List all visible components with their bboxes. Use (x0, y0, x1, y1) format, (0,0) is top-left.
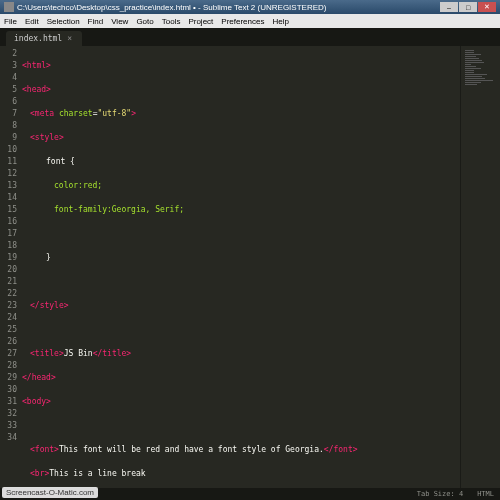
line-number: 19 (0, 252, 17, 264)
menu-view[interactable]: View (111, 17, 128, 26)
line-number: 6 (0, 96, 17, 108)
line-number: 2 (0, 48, 17, 60)
tab-bar: index.html × (0, 28, 500, 46)
line-number: 13 (0, 180, 17, 192)
menu-file[interactable]: File (4, 17, 17, 26)
menu-help[interactable]: Help (272, 17, 288, 26)
line-number: 4 (0, 72, 17, 84)
line-number: 12 (0, 168, 17, 180)
line-number: 23 (0, 300, 17, 312)
line-number: 9 (0, 132, 17, 144)
line-number: 11 (0, 156, 17, 168)
maximize-button[interactable]: □ (459, 2, 477, 12)
line-number: 26 (0, 336, 17, 348)
menubar: File Edit Selection Find View Goto Tools… (0, 14, 500, 28)
line-number: 20 (0, 264, 17, 276)
line-number: 31 (0, 396, 17, 408)
line-number: 21 (0, 276, 17, 288)
menu-selection[interactable]: Selection (47, 17, 80, 26)
line-number: 5 (0, 84, 17, 96)
line-gutter: 2345678910111213141516171819202122232425… (0, 46, 22, 488)
app-icon (4, 2, 14, 12)
line-number: 27 (0, 348, 17, 360)
line-number: 8 (0, 120, 17, 132)
minimap[interactable] (460, 46, 500, 488)
line-number: 30 (0, 384, 17, 396)
title-app: - Sublime Text 2 (UNREGISTERED) (198, 3, 326, 12)
title-path: C:\Users\techco\Desktop\css_practice\ind… (17, 3, 196, 12)
line-number: 34 (0, 432, 17, 444)
watermark: Screencast-O-Matic.com (2, 487, 98, 498)
line-number: 22 (0, 288, 17, 300)
line-number: 14 (0, 192, 17, 204)
menu-tools[interactable]: Tools (162, 17, 181, 26)
close-button[interactable]: ✕ (478, 2, 496, 12)
line-number: 29 (0, 372, 17, 384)
line-number: 33 (0, 420, 17, 432)
line-number: 3 (0, 60, 17, 72)
line-number: 24 (0, 312, 17, 324)
line-number: 25 (0, 324, 17, 336)
line-number: 17 (0, 228, 17, 240)
window-titlebar: C:\Users\techco\Desktop\css_practice\ind… (0, 0, 500, 14)
status-language[interactable]: HTML (477, 490, 494, 498)
editor-area: 2345678910111213141516171819202122232425… (0, 46, 500, 488)
menu-find[interactable]: Find (88, 17, 104, 26)
line-number: 18 (0, 240, 17, 252)
tab-label: index.html (14, 34, 62, 43)
line-number: 10 (0, 144, 17, 156)
menu-goto[interactable]: Goto (136, 17, 153, 26)
status-tabsize[interactable]: Tab Size: 4 (417, 490, 463, 498)
close-icon[interactable]: × (67, 34, 72, 43)
line-number: 32 (0, 408, 17, 420)
line-number: 7 (0, 108, 17, 120)
menu-edit[interactable]: Edit (25, 17, 39, 26)
tab-index-html[interactable]: index.html × (6, 31, 82, 46)
line-number: 15 (0, 204, 17, 216)
line-number: 28 (0, 360, 17, 372)
minimize-button[interactable]: – (440, 2, 458, 12)
menu-preferences[interactable]: Preferences (221, 17, 264, 26)
line-number: 16 (0, 216, 17, 228)
code-area[interactable]: <html> <head> <meta charset="utf-8"> <st… (22, 46, 460, 488)
menu-project[interactable]: Project (188, 17, 213, 26)
